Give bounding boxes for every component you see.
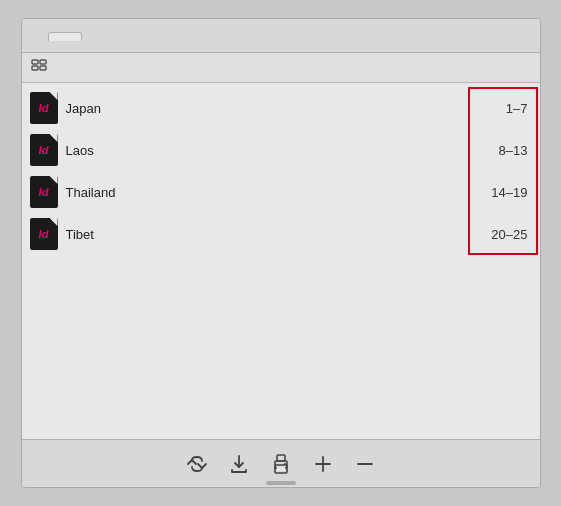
page-range: 14–19 xyxy=(482,185,532,200)
tab[interactable] xyxy=(48,32,82,41)
list-item[interactable]: Id Japan 1–7 xyxy=(22,87,540,129)
book-name: Thailand xyxy=(66,185,474,200)
svg-point-8 xyxy=(284,463,286,465)
print-button[interactable] xyxy=(268,451,294,477)
list-item[interactable]: Id Laos 8–13 xyxy=(22,129,540,171)
toolbar-row xyxy=(22,53,540,83)
save-button[interactable] xyxy=(226,451,252,477)
page-range: 1–7 xyxy=(482,101,532,116)
svg-rect-5 xyxy=(277,455,285,461)
svg-rect-0 xyxy=(32,60,38,64)
id-file-icon: Id xyxy=(30,134,58,166)
close-button[interactable] xyxy=(30,30,42,42)
id-label: Id xyxy=(39,186,49,198)
book-list: Id Japan 1–7 Id Laos 8–13 Id Thailand 14… xyxy=(22,83,540,439)
id-label: Id xyxy=(39,102,49,114)
book-name: Laos xyxy=(66,143,474,158)
topbar-left xyxy=(30,30,82,42)
sync-button[interactable] xyxy=(184,451,210,477)
id-file-icon: Id xyxy=(30,218,58,250)
book-name: Japan xyxy=(66,101,474,116)
page-range: 8–13 xyxy=(482,143,532,158)
book-name: Tibet xyxy=(66,227,474,242)
panel: Id Japan 1–7 Id Laos 8–13 Id Thailand 14… xyxy=(21,18,541,488)
svg-rect-3 xyxy=(40,66,46,70)
id-file-icon: Id xyxy=(30,176,58,208)
scrollbar-hint xyxy=(266,481,296,485)
remove-button[interactable] xyxy=(352,451,378,477)
content-area: Id Japan 1–7 Id Laos 8–13 Id Thailand 14… xyxy=(22,83,540,439)
bottom-bar xyxy=(22,439,540,487)
id-label: Id xyxy=(39,228,49,240)
svg-rect-2 xyxy=(40,60,46,64)
structure-icon[interactable] xyxy=(30,58,50,78)
add-button[interactable] xyxy=(310,451,336,477)
svg-rect-7 xyxy=(277,467,285,471)
svg-rect-1 xyxy=(32,66,38,70)
topbar xyxy=(22,19,540,53)
page-range: 20–25 xyxy=(482,227,532,242)
list-item[interactable]: Id Thailand 14–19 xyxy=(22,171,540,213)
list-item[interactable]: Id Tibet 20–25 xyxy=(22,213,540,255)
id-file-icon: Id xyxy=(30,92,58,124)
id-label: Id xyxy=(39,144,49,156)
